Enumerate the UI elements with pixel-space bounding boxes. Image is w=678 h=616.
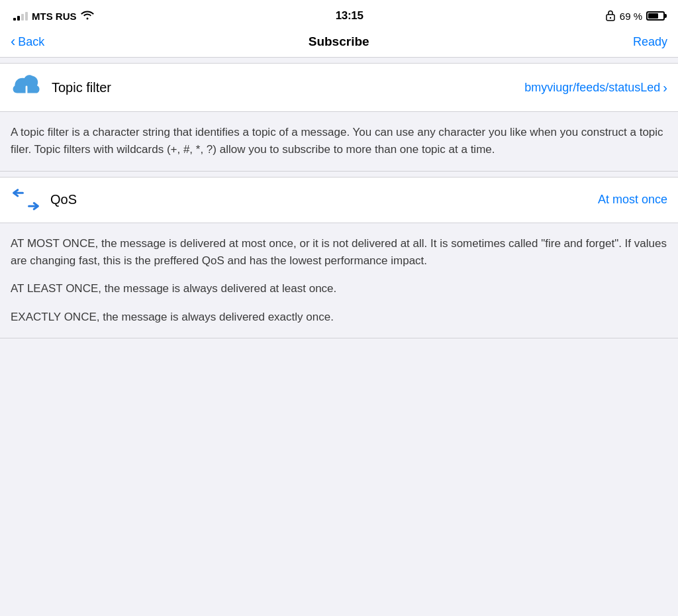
mid-spacer [0, 172, 678, 177]
bar1 [13, 18, 16, 21]
top-spacer [0, 58, 678, 63]
page-title: Subscribe [309, 34, 369, 49]
back-chevron-icon: ‹ [11, 34, 15, 49]
battery-percent: 69 % [620, 11, 642, 22]
qos-value[interactable]: At most once [598, 193, 667, 207]
topic-filter-description: A topic filter is a character string tha… [0, 112, 678, 172]
topic-filter-description-text: A topic filter is a character string tha… [11, 124, 667, 159]
signal-bars-icon [13, 11, 28, 21]
back-label: Back [18, 35, 44, 49]
cloud-download-icon [11, 73, 42, 102]
wifi-icon [81, 9, 94, 23]
qos-arrows-icon [11, 187, 41, 213]
svg-point-1 [610, 17, 611, 18]
content-area: Topic filter bmyviugr/feeds/statusLed › … [0, 58, 678, 603]
status-left: MTS RUS [13, 9, 94, 23]
topic-filter-chevron-icon: › [663, 80, 667, 95]
status-right: 69 % [605, 9, 665, 23]
topic-filter-label: Topic filter [52, 80, 524, 95]
qos-description-p2: AT LEAST ONCE, the message is always del… [11, 280, 667, 297]
battery-icon [646, 11, 665, 21]
qos-description: AT MOST ONCE, the message is delivered a… [0, 223, 678, 338]
qos-description-p3: EXACTLY ONCE, the message is always deli… [11, 309, 667, 326]
status-time: 13:15 [336, 9, 363, 23]
qos-label: QoS [50, 192, 598, 207]
navigation-bar: ‹ Back Subscribe Ready [0, 29, 678, 58]
bar3 [21, 14, 24, 21]
lock-icon [605, 9, 616, 23]
qos-row[interactable]: QoS At most once [0, 177, 678, 223]
ready-button[interactable]: Ready [633, 35, 667, 49]
bar4 [25, 12, 28, 21]
bar2 [17, 16, 20, 21]
carrier-label: MTS RUS [32, 11, 77, 22]
topic-filter-row[interactable]: Topic filter bmyviugr/feeds/statusLed › [0, 63, 678, 112]
status-bar: MTS RUS 13:15 69 % [0, 0, 678, 29]
topic-filter-value[interactable]: bmyviugr/feeds/statusLed › [524, 80, 667, 95]
back-button[interactable]: ‹ Back [11, 34, 44, 49]
qos-description-p1: AT MOST ONCE, the message is delivered a… [11, 235, 667, 270]
